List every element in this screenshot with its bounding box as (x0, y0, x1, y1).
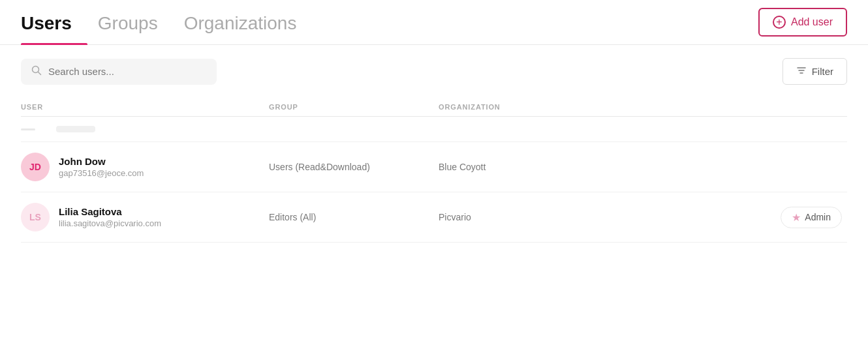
filter-icon (796, 65, 807, 78)
col-header-role (608, 103, 847, 111)
partial-name-placeholder (56, 126, 95, 132)
col-header-org: ORGANIZATION (439, 103, 608, 111)
org-cell: Blue Coyott (439, 162, 608, 172)
role-cell: ★ Admin (608, 207, 847, 228)
table-header: USER GROUP ORGANIZATION (21, 98, 847, 117)
filter-button[interactable]: Filter (783, 58, 847, 85)
tab-organizations[interactable]: Organizations (184, 0, 313, 44)
user-name: Lilia Sagitova (59, 206, 161, 217)
user-email: gap73516@jeoce.com (59, 168, 144, 178)
tab-groups[interactable]: Groups (98, 0, 174, 44)
user-info: Lilia Sagitova lilia.sagitova@picvario.c… (59, 206, 161, 228)
table-container: USER GROUP ORGANIZATION JD John Dow gap7… (0, 98, 868, 243)
tab-users[interactable]: Users (21, 0, 87, 44)
col-header-group: GROUP (269, 103, 439, 111)
table-row (21, 117, 847, 142)
search-box[interactable] (21, 59, 217, 85)
user-email: lilia.sagitova@picvario.com (59, 218, 161, 228)
admin-badge[interactable]: ★ Admin (781, 207, 842, 228)
avatar: LS (21, 203, 50, 231)
col-header-user: USER (21, 103, 269, 111)
user-cell: LS Lilia Sagitova lilia.sagitova@picvari… (21, 203, 269, 231)
org-cell: Picvario (439, 212, 608, 222)
tabs-bar: Users Groups Organizations + Add user (0, 0, 868, 45)
svg-line-1 (39, 72, 41, 74)
user-info: John Dow gap73516@jeoce.com (59, 156, 144, 178)
user-name: John Dow (59, 156, 144, 167)
group-cell: Users (Read&Download) (269, 162, 439, 172)
group-cell: Editors (All) (269, 212, 439, 222)
search-icon (31, 65, 42, 78)
table-row: LS Lilia Sagitova lilia.sagitova@picvari… (21, 192, 847, 243)
toolbar: Filter (0, 45, 868, 98)
table-row: JD John Dow gap73516@jeoce.com Users (Re… (21, 142, 847, 192)
search-input[interactable] (48, 66, 206, 77)
plus-icon: + (773, 16, 786, 29)
partial-avatar-placeholder (21, 128, 35, 130)
partial-user-cell (21, 126, 269, 132)
avatar: JD (21, 153, 50, 181)
add-user-button[interactable]: + Add user (758, 8, 847, 37)
user-cell: JD John Dow gap73516@jeoce.com (21, 153, 269, 181)
star-icon: ★ (792, 211, 801, 224)
